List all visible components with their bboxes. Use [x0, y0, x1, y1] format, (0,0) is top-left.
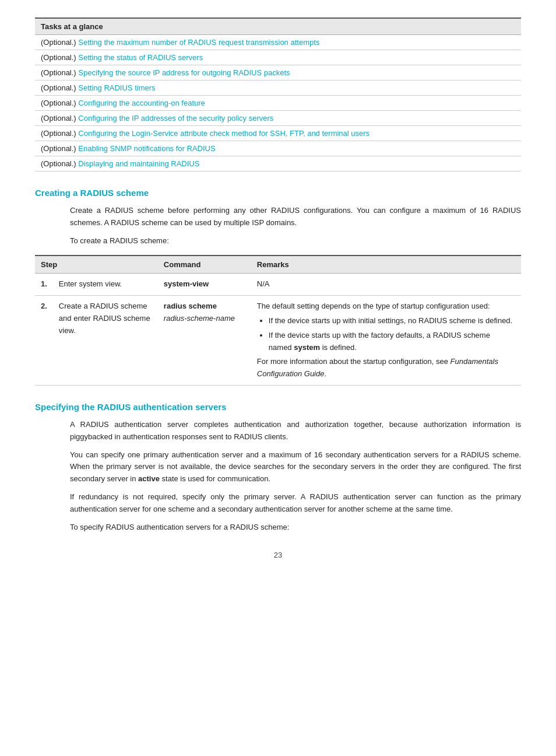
table-row: 1. Enter system view. system-view N/A — [35, 274, 521, 296]
table-row: (Optional.) Enabling SNMP notifications … — [35, 141, 521, 156]
optional-label: (Optional.) — [41, 38, 78, 47]
specifying-radius-para4: To specify RADIUS authentication servers… — [70, 522, 521, 534]
active-bold: active — [138, 474, 160, 483]
task-link[interactable]: Configuring the IP addresses of the secu… — [78, 114, 273, 123]
tasks-table-cell: (Optional.) Configuring the Login-Servic… — [35, 126, 521, 141]
creating-radius-para1: Create a RADIUS scheme before performing… — [70, 205, 521, 229]
tasks-table-cell: (Optional.) Enabling SNMP notifications … — [35, 141, 521, 156]
task-link[interactable]: Enabling SNMP notifications for RADIUS — [78, 144, 215, 153]
bullet-item: If the device starts up with initial set… — [269, 315, 515, 327]
task-link[interactable]: Setting RADIUS timers — [78, 83, 155, 92]
step-desc-1: Enter system view. — [53, 274, 158, 296]
optional-label: (Optional.) — [41, 53, 78, 62]
task-link[interactable]: Setting the maximum number of RADIUS req… — [78, 38, 319, 47]
step-num-1: 1. — [35, 274, 53, 296]
step-num-2: 2. — [35, 296, 53, 386]
creating-radius-heading: Creating a RADIUS scheme — [35, 188, 521, 198]
table-row: (Optional.) Specifying the source IP add… — [35, 65, 521, 80]
tasks-table-cell: (Optional.) Configuring the accounting-o… — [35, 96, 521, 111]
optional-label: (Optional.) — [41, 83, 78, 92]
tasks-table-header: Tasks at a glance — [35, 18, 521, 35]
table-row: (Optional.) Configuring the Login-Servic… — [35, 126, 521, 141]
guide-italic: Fundamentals Configuration Guide — [257, 357, 498, 378]
specifying-radius-para1: A RADIUS authentication server completes… — [70, 419, 521, 443]
creating-radius-section: Creating a RADIUS scheme Create a RADIUS… — [35, 188, 521, 386]
col-step: Step — [35, 256, 158, 274]
table-row: (Optional.) Displaying and maintaining R… — [35, 156, 521, 172]
remarks-intro: The default setting depends on the type … — [257, 302, 490, 310]
optional-label: (Optional.) — [41, 144, 78, 153]
system-bold: system — [294, 343, 320, 352]
tasks-table-cell: (Optional.) Specifying the source IP add… — [35, 65, 521, 80]
tasks-at-a-glance-table: Tasks at a glance (Optional.) Setting th… — [35, 18, 521, 172]
table-row: (Optional.) Setting the status of RADIUS… — [35, 50, 521, 65]
bullet-item: If the device starts up with the factory… — [269, 330, 515, 354]
step-cmd-2: radius scheme radius-scheme-name — [158, 296, 251, 386]
optional-label: (Optional.) — [41, 129, 78, 138]
cmd-text-1: system-view — [164, 279, 209, 288]
table-row: (Optional.) Setting RADIUS timers — [35, 80, 521, 96]
tasks-table-cell: (Optional.) Setting the maximum number o… — [35, 35, 521, 50]
task-link[interactable]: Setting the status of RADIUS servers — [78, 53, 203, 62]
cmd-bold-2: radius scheme — [164, 302, 217, 310]
table-row: (Optional.) Setting the maximum number o… — [35, 35, 521, 50]
page-number: 23 — [35, 551, 521, 559]
col-command: Command — [158, 256, 251, 274]
specifying-radius-heading: Specifying the RADIUS authentication ser… — [35, 402, 521, 412]
specifying-radius-para2: You can specify one primary authenticati… — [70, 449, 521, 485]
task-link[interactable]: Configuring the accounting-on feature — [78, 99, 205, 107]
remarks-outro: For more information about the startup c… — [257, 357, 498, 378]
step-remarks-1: N/A — [251, 274, 521, 296]
table-row: (Optional.) Configuring the IP addresses… — [35, 111, 521, 126]
remarks-bullets: If the device starts up with initial set… — [257, 315, 515, 354]
specifying-radius-section: Specifying the RADIUS authentication ser… — [35, 402, 521, 533]
task-link[interactable]: Displaying and maintaining RADIUS — [78, 159, 199, 168]
optional-label: (Optional.) — [41, 99, 78, 107]
cmd-italic-2: radius-scheme-name — [164, 314, 235, 323]
optional-label: (Optional.) — [41, 159, 78, 168]
creating-radius-table: Step Command Remarks 1. Enter system vie… — [35, 255, 521, 386]
tasks-table-cell: (Optional.) Setting RADIUS timers — [35, 80, 521, 96]
creating-radius-para2: To create a RADIUS scheme: — [70, 235, 521, 247]
task-link[interactable]: Configuring the Login-Service attribute … — [78, 129, 370, 138]
step-cmd-1: system-view — [158, 274, 251, 296]
task-link[interactable]: Specifying the source IP address for out… — [78, 68, 290, 77]
tasks-table-cell: (Optional.) Configuring the IP addresses… — [35, 111, 521, 126]
step-desc-2: Create a RADIUS scheme and enter RADIUS … — [53, 296, 158, 386]
optional-label: (Optional.) — [41, 68, 78, 77]
specifying-radius-para3: If redundancy is not required, specify o… — [70, 491, 521, 516]
step-remarks-2: The default setting depends on the type … — [251, 296, 521, 386]
tasks-table-cell: (Optional.) Displaying and maintaining R… — [35, 156, 521, 172]
table-row: 2. Create a RADIUS scheme and enter RADI… — [35, 296, 521, 386]
optional-label: (Optional.) — [41, 114, 78, 123]
tasks-table-cell: (Optional.) Setting the status of RADIUS… — [35, 50, 521, 65]
col-remarks: Remarks — [251, 256, 521, 274]
table-row: (Optional.) Configuring the accounting-o… — [35, 96, 521, 111]
